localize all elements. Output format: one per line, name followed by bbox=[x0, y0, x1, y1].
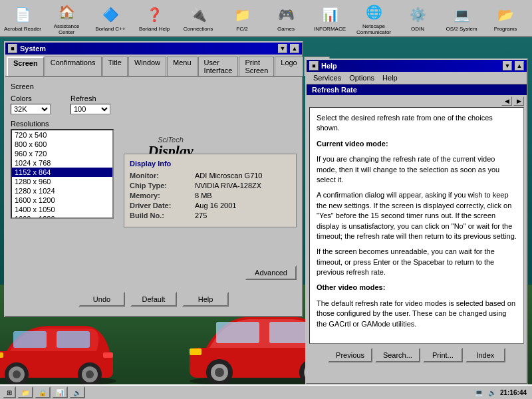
svg-rect-11 bbox=[103, 352, 113, 358]
help-btn-index[interactable]: Index bbox=[466, 348, 505, 362]
taskbar-icon-odin[interactable]: ⚙️ODIN bbox=[398, 4, 438, 33]
borland-cpp-label: Borland C++ bbox=[96, 27, 126, 33]
help-nav-forward[interactable]: ▶ bbox=[513, 96, 524, 106]
informace-icon: 📊 bbox=[319, 4, 340, 25]
svg-rect-10 bbox=[0, 352, 3, 358]
info-field-value: Aug 16 2001 bbox=[195, 201, 236, 209]
resolution-item[interactable]: 1152 x 864 bbox=[12, 168, 112, 177]
tab-user-interface[interactable]: User Interface bbox=[198, 57, 239, 76]
undo-button[interactable]: Undo bbox=[78, 292, 125, 307]
help-menu-help[interactable]: Help bbox=[378, 73, 402, 82]
taskbar-icon-os2-system[interactable]: 💻OS/2 System bbox=[442, 4, 481, 33]
tab-window[interactable]: Window bbox=[128, 57, 166, 76]
info-field-value: 275 bbox=[195, 211, 207, 219]
display-info-title: Display Info bbox=[130, 160, 291, 168]
advanced-button[interactable]: Advanced bbox=[245, 265, 297, 280]
taskbar-btn-lock[interactable]: 🔒 bbox=[35, 386, 51, 398]
help-bottom-buttons: PreviousSearch...Print...Index bbox=[307, 344, 527, 366]
car-left-icon bbox=[0, 311, 120, 384]
resolution-item[interactable]: 1280 x 1024 bbox=[12, 186, 112, 196]
resolution-item[interactable]: 1600 x 1200 bbox=[12, 196, 112, 205]
borland-help-icon: ❓ bbox=[144, 4, 165, 25]
system-max-btn[interactable]: ▲ bbox=[290, 44, 299, 53]
info-field-label: Driver Date: bbox=[130, 201, 190, 209]
connections-icon: 🔌 bbox=[188, 4, 209, 25]
odin-label: ODIN bbox=[411, 27, 424, 33]
fc2-icon: 📁 bbox=[231, 4, 253, 25]
info-row: Build No.:275 bbox=[130, 211, 291, 219]
games-icon: 🎮 bbox=[275, 4, 297, 25]
info-row: Monitor:ADI Microscan G710 bbox=[130, 172, 291, 180]
system-window: ■ System ▼ ▲ ScreenConfirmationsTitleWin… bbox=[4, 41, 303, 317]
help-heading: Current video mode: bbox=[317, 139, 517, 149]
connections-label: Connections bbox=[184, 27, 213, 33]
tab-screen[interactable]: Screen bbox=[7, 57, 44, 76]
taskbar-icon-games[interactable]: 🎮Games bbox=[266, 4, 306, 33]
tab-menu[interactable]: Menu bbox=[167, 57, 198, 76]
taskbar-icon-acrobat-reader[interactable]: 📄Acrobat Reader bbox=[3, 4, 43, 33]
assistance-center-label: Assistance Center bbox=[47, 24, 86, 36]
taskbar-icon-assistance-center[interactable]: 🏠Assistance Center bbox=[47, 1, 86, 36]
help-button[interactable]: Help bbox=[182, 292, 229, 307]
refresh-select[interactable]: 100 bbox=[70, 104, 110, 114]
help-menu-options[interactable]: Options bbox=[345, 73, 378, 82]
tray-icon-1: 💻 bbox=[473, 387, 484, 398]
help-paragraph: A confirmation dialog will appear, askin… bbox=[317, 190, 517, 241]
taskbar-icon-informace[interactable]: 📊INFORMACE bbox=[310, 4, 350, 33]
colors-select[interactable]: 32K bbox=[11, 104, 51, 114]
taskbar-icon-connections[interactable]: 🔌Connections bbox=[178, 4, 218, 33]
refresh-label: Refresh bbox=[70, 94, 110, 102]
help-content-title: Refresh Rate bbox=[307, 84, 527, 95]
help-max-btn[interactable]: ▲ bbox=[515, 61, 524, 70]
programs-icon: 📂 bbox=[495, 4, 516, 25]
start-button[interactable]: ⊞ bbox=[3, 386, 16, 398]
system-min-btn[interactable]: ▼ bbox=[278, 44, 287, 53]
tab-title[interactable]: Title bbox=[102, 57, 128, 76]
resolution-item[interactable]: 532 x 399 bbox=[12, 140, 112, 149]
resolution-item[interactable]: 1600 x 1280 bbox=[12, 214, 112, 219]
bottom-buttons-area: Undo Default Help bbox=[5, 292, 302, 307]
resolution-item[interactable]: 1400 x 1050 bbox=[12, 205, 112, 214]
svg-point-18 bbox=[215, 368, 224, 377]
help-min-btn[interactable]: ▼ bbox=[503, 61, 512, 70]
taskbar-btn-chart[interactable]: 📊 bbox=[52, 386, 68, 398]
programs-label: Programs bbox=[494, 27, 517, 33]
acrobat-reader-icon: 📄 bbox=[12, 4, 33, 25]
os2-system-label: OS/2 System bbox=[446, 27, 477, 33]
resolution-item[interactable]: 1024 x 768 bbox=[12, 158, 112, 168]
tab-logo[interactable]: Logo bbox=[275, 57, 303, 76]
taskbar-icon-borland-cpp[interactable]: 🔷Borland C++ bbox=[90, 4, 130, 33]
taskbar-btn-sound[interactable]: 🔊 bbox=[69, 386, 85, 398]
netscape-icon: 🌐 bbox=[363, 1, 384, 23]
default-button[interactable]: Default bbox=[130, 292, 177, 307]
help-menu-services[interactable]: Services bbox=[309, 73, 345, 82]
resolution-item[interactable]: 720 x 540 bbox=[12, 130, 112, 140]
screen-section-label: Screen bbox=[11, 82, 297, 90]
taskbar-icon-fc2[interactable]: 📁FC/2 bbox=[222, 4, 262, 33]
svg-rect-14 bbox=[216, 322, 259, 343]
help-btn-previous[interactable]: Previous bbox=[328, 348, 372, 362]
taskbar-icon-borland-help[interactable]: ❓Borland Help bbox=[134, 4, 174, 33]
info-row: Memory:8 MB bbox=[130, 192, 291, 200]
resolutions-list[interactable]: 720 x 540800 x 600960 x 7201024 x 768115… bbox=[11, 129, 114, 219]
svg-rect-2 bbox=[13, 331, 47, 348]
help-btn-print[interactable]: Print... bbox=[423, 348, 463, 362]
help-menubar: ServicesOptionsHelp bbox=[307, 72, 527, 84]
taskbar-icon-programs[interactable]: 📂Programs bbox=[485, 4, 525, 33]
tab-print-screen[interactable]: Print Screen bbox=[239, 57, 274, 76]
games-label: Games bbox=[277, 27, 295, 33]
help-titlebar: ■ Help ▼ ▲ bbox=[307, 60, 527, 72]
info-field-value: 8 MB bbox=[195, 192, 212, 200]
help-paragraph: Select the desired refresh rate from one… bbox=[317, 113, 517, 134]
help-btn-search[interactable]: Search... bbox=[375, 348, 420, 362]
taskbar-icon-netscape[interactable]: 🌐Netscape Communicator bbox=[354, 1, 394, 36]
taskbar-btn-folder[interactable]: 📁 bbox=[17, 386, 33, 398]
resolution-item[interactable]: 960 x 720 bbox=[12, 149, 112, 158]
help-close-btn[interactable]: ■ bbox=[309, 61, 319, 70]
svg-rect-22 bbox=[190, 348, 201, 355]
start-area: ⊞ 📁 🔒 📊 🔊 bbox=[3, 386, 85, 398]
system-close-btn[interactable]: ■ bbox=[8, 44, 17, 53]
resolution-item[interactable]: 1280 x 960 bbox=[12, 177, 112, 186]
help-nav-back[interactable]: ◀ bbox=[501, 96, 512, 106]
tab-confirmations[interactable]: Confirmations bbox=[45, 57, 102, 76]
